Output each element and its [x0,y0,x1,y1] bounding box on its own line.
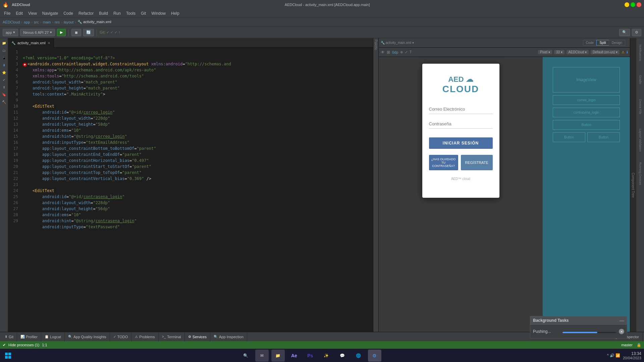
close-button[interactable] [637,2,641,7]
sidebar-android-icon[interactable]: 📱 [1,54,7,61]
config-dropdown[interactable]: AEDCloud ▾ [567,50,589,54]
run-button[interactable]: ▶ [57,29,66,36]
tab-app-inspection[interactable]: 🔍 App Inspection [210,332,247,342]
code-tab[interactable]: Code [583,40,597,46]
menu-run[interactable]: Run [111,9,123,17]
breadcrumb-aedcloud[interactable]: AEDCloud [3,20,20,24]
breadcrumb-main[interactable]: main [43,20,51,24]
sidebar-build-icon[interactable]: 🔨 [1,99,7,105]
background-tasks-header: Background Tasks — [530,316,627,325]
code-content[interactable]: <?xml version="1.0" encoding="utf-8"?> ●… [20,48,373,332]
svg-rect-1 [8,353,11,355]
sync-button[interactable]: 🔄 [83,29,94,36]
constraint-icon[interactable]: ⤢ [405,50,408,54]
bp-correo-field: correo_login [553,95,620,105]
settings-button[interactable]: ⚙ [632,29,641,36]
background-tasks-title: Background Tasks [533,318,569,323]
tab-terminal[interactable]: >_ Terminal [159,332,185,342]
action-buttons-row: ¿HAS OLVIDADO TU CONTRASEÑA? REGÍSTRATE [429,155,493,170]
separator2 [97,29,97,36]
design-tab-btn[interactable]: Design [609,40,625,46]
running-devices-icon[interactable]: Running Devices [637,160,643,187]
sidebar-project-icon[interactable]: 📁 [1,40,7,46]
editor-tab-activity-main[interactable]: 🔧 activity_main.xml ✕ [8,38,54,48]
left-sidebar: 📁 🗂 📱 ⬇ ⭐ ✔ ⬆ 🔖 🔨 [0,38,8,332]
notifications-icon[interactable]: Notifications [637,40,643,66]
terminal-icon: >_ [162,335,166,339]
sidebar-structure-icon[interactable]: ⬇ [1,62,7,68]
menu-tools[interactable]: Tools [123,9,138,17]
bp-contrasena-field: contrasena_login [553,108,620,117]
tab-services[interactable]: ⚙ Services [185,332,210,342]
tab-git[interactable]: ⬆ Git [1,332,17,342]
sidebar-pull-icon[interactable]: ⬆ [1,84,7,90]
tab-todo[interactable]: ✓ TODO [110,332,132,342]
view-mode-tabs: Code Split Design [583,40,626,46]
device-dropdown[interactable]: Nexus 6 API 27 ▾ [20,29,55,36]
sidebar-favorites-icon[interactable]: ⭐ [1,69,7,76]
breadcrumb-layout[interactable]: layout [64,20,73,24]
tab-profiler[interactable]: 📊 Profiler [17,332,41,342]
breadcrumb-src[interactable]: src [34,20,39,24]
taskbar-app-mail[interactable]: ✉ [255,350,269,362]
taskbar-app-spark[interactable]: ✨ [320,350,333,362]
breadcrumb-app[interactable]: app [24,20,30,24]
taskbar-app-chrome[interactable]: 🌐 [352,350,365,362]
menu-build[interactable]: Build [96,9,111,17]
palette-sidebar: Palette [373,38,378,332]
design-controls-bar: 👁 ⊞ 0dp ⊕ ⤢ T Pixel ▾ 33 ▾ AEDCloud ▾ De… [379,48,630,57]
taskbar-app-ae[interactable]: Ae [287,350,301,362]
menu-navigate[interactable]: Navigate [40,9,61,17]
pixel-dropdown[interactable]: Pixel ▾ [538,50,552,54]
terminal-label: Terminal [167,335,181,339]
tab-problems[interactable]: ⚠ Problems [131,332,158,342]
search-button[interactable]: 🔍 [619,29,630,36]
menu-git[interactable]: Git [138,9,149,17]
menu-refactor[interactable]: Refactor [76,9,96,17]
align-icon[interactable]: ⊕ [400,50,403,54]
app-quality-label: App Quality Insights [73,335,106,339]
menu-view[interactable]: View [25,9,40,17]
logcat-label: Logcat [50,335,61,339]
dropdown-icon: ▾ [50,30,52,35]
cancel-task-button[interactable]: ✕ [619,329,624,334]
background-tasks-panel: Background Tasks — Pushing... ✕ [530,316,627,339]
stop-button[interactable]: ⏹ [71,29,81,36]
xml-file-icon: 🔧 [11,41,15,45]
taskbar-app-studio[interactable]: ⚙ [368,350,381,362]
text-icon[interactable]: T [410,50,412,54]
start-button[interactable] [3,350,13,361]
menu-edit[interactable]: Edit [13,9,25,17]
menu-file[interactable]: File [1,9,13,17]
menu-window[interactable]: Window [149,9,168,17]
design-panel: 🔧 activity_main.xml ▾ Code Split Design … [378,38,630,332]
hide-processes-label[interactable]: Hide processes (1) [8,343,39,347]
tab-logcat[interactable]: 📋 Logcat [41,332,65,342]
tab-close-button[interactable]: ✕ [48,41,50,45]
split-tab[interactable]: Split [596,40,608,46]
taskbar-app-ps[interactable]: Ps [304,350,317,362]
sidebar-commit-icon[interactable]: ✔ [1,76,7,83]
menu-code[interactable]: Code [61,9,76,17]
gradle-icon[interactable]: Gradle [637,70,643,90]
locale-dropdown[interactable]: Default (en-us) ▾ [591,50,620,54]
zoom-dropdown[interactable]: 33 ▾ [554,50,565,54]
menu-help[interactable]: Help [168,9,182,17]
taskbar-app-whatsapp[interactable]: 💬 [336,350,349,362]
sidebar-bookmarks-icon[interactable]: 🔖 [1,91,7,98]
tab-app-quality[interactable]: 🔍 App Quality Insights [65,332,110,342]
sidebar-resource-icon[interactable]: 🗂 [1,47,7,54]
window-title: AEDCloud - activity_main.xml [AEDCloud.a… [285,3,370,7]
taskbar-app-folder[interactable]: 📁 [271,350,285,362]
taskbar-app-search[interactable]: 🔍 [239,350,253,362]
grid-icon[interactable]: ⊞ [387,50,390,55]
layout-validation-icon[interactable]: Layout Validation [637,123,643,157]
minimize-tasks-button[interactable]: — [620,318,624,323]
breadcrumb-res[interactable]: res [55,20,60,24]
minimize-button[interactable] [625,2,629,7]
component-tree-label: Component Tree [631,173,635,198]
eye-icon[interactable]: 👁 [381,50,385,55]
app-dropdown[interactable]: app ▾ [3,29,18,36]
maximize-button[interactable] [631,2,635,7]
device-file-icon[interactable]: Device File [637,93,643,120]
